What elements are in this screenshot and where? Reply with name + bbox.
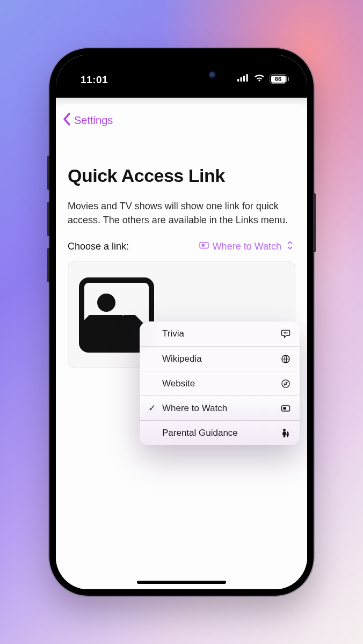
globe-icon <box>280 354 291 364</box>
svg-point-8 <box>287 333 288 334</box>
menu-item-trivia[interactable]: Trivia <box>140 321 300 346</box>
checkmark-icon: ✓ <box>147 402 157 414</box>
watch-icon <box>199 240 209 253</box>
status-right: 66 <box>237 74 292 84</box>
svg-rect-5 <box>201 244 204 247</box>
wifi-icon <box>253 74 265 84</box>
page-description: Movies and TV shows will show one link f… <box>68 199 295 227</box>
menu-item-wikipedia[interactable]: Wikipedia <box>140 346 300 371</box>
screen: 11:01 66 <box>56 55 307 589</box>
camera-icon <box>209 71 216 79</box>
menu-item-parental-guidance[interactable]: Parental Guidance <box>140 420 300 445</box>
cellular-icon <box>237 74 249 84</box>
watch-icon <box>280 403 291 414</box>
svg-rect-0 <box>237 79 239 82</box>
menu-item-label: Website <box>162 378 195 389</box>
menu-item-where-to-watch[interactable]: ✓ Where to Watch <box>140 396 300 420</box>
battery-level: 66 <box>271 76 286 83</box>
chevron-left-icon <box>61 112 73 129</box>
menu-item-label: Wikipedia <box>162 354 202 364</box>
page-title: Quick Access Link <box>68 165 295 186</box>
svg-rect-12 <box>284 407 286 409</box>
svg-rect-2 <box>243 76 245 82</box>
svg-point-14 <box>287 431 288 433</box>
back-button[interactable]: Settings <box>61 112 113 129</box>
sheet: Settings Quick Access Link Movies and TV… <box>56 104 307 589</box>
svg-point-7 <box>285 333 286 334</box>
svg-rect-3 <box>246 74 248 82</box>
trivia-icon <box>280 328 291 339</box>
compass-icon <box>280 378 291 389</box>
home-indicator[interactable] <box>137 581 226 584</box>
dynamic-island <box>141 64 222 86</box>
family-icon <box>280 428 291 438</box>
menu-item-label: Trivia <box>162 328 184 339</box>
phone-frame: 11:01 66 <box>49 48 314 596</box>
nav-bar: Settings <box>56 104 307 133</box>
chevron-up-down-icon <box>285 240 295 253</box>
svg-point-10 <box>282 379 289 387</box>
back-label: Settings <box>74 114 113 127</box>
menu-item-website[interactable]: Website <box>140 371 300 396</box>
battery-icon: 66 <box>270 74 289 84</box>
status-time: 11:01 <box>71 72 108 86</box>
svg-point-13 <box>284 429 286 431</box>
menu-item-label: Parental Guidance <box>162 428 238 438</box>
svg-rect-1 <box>241 77 242 82</box>
picker-label: Where to Watch <box>213 241 281 252</box>
svg-point-6 <box>284 333 285 334</box>
menu-item-label: Where to Watch <box>162 403 227 414</box>
link-picker[interactable]: Where to Watch <box>199 240 295 253</box>
choose-row: Choose a link: Where to Watch <box>68 240 295 253</box>
link-menu: Trivia Wikipedia Website <box>140 321 300 445</box>
choose-label: Choose a link: <box>68 241 129 252</box>
